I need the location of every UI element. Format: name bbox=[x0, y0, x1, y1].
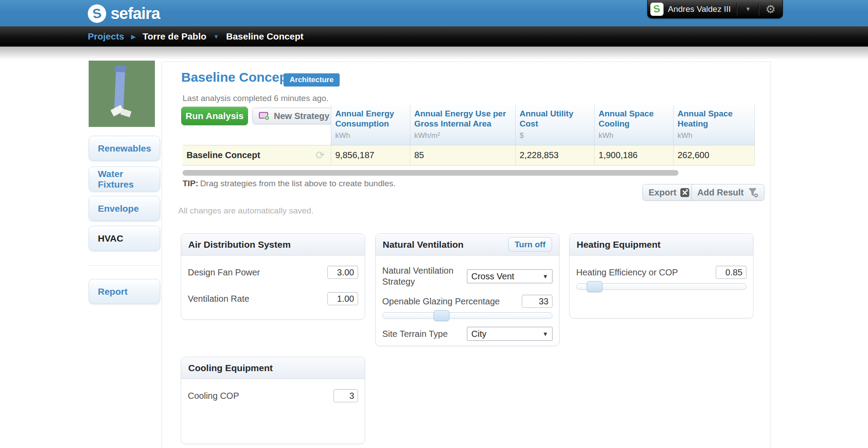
cell-annual-space-cooling: 1,900,186 bbox=[594, 145, 673, 165]
cell-annual-energy-use-per-gia: 85 bbox=[410, 145, 515, 165]
run-analysis-button[interactable]: Run Analysis bbox=[181, 107, 248, 125]
main-content-card: Baseline Concept Architecture Last analy… bbox=[161, 61, 771, 448]
add-result-filter-icon bbox=[748, 188, 758, 198]
divider bbox=[737, 3, 737, 15]
column-header-annual-energy-consumption: Annual Energy Consumption kWh bbox=[331, 105, 410, 145]
select-caret-icon: ▼ bbox=[542, 273, 548, 280]
sidebar-item-report[interactable]: Report bbox=[89, 279, 160, 304]
design-fan-power-input[interactable] bbox=[327, 266, 358, 279]
ventilation-rate-input[interactable] bbox=[327, 292, 358, 305]
openable-glazing-label: Openable Glazing Percentage bbox=[382, 296, 500, 307]
panel-title-air-distribution: Air Distribution System bbox=[181, 234, 365, 256]
new-strategy-button[interactable]: New Strategy bbox=[252, 108, 336, 124]
sefaira-app: { "colors": { "topbar_blue": "#3d85be", … bbox=[0, 0, 868, 448]
heating-efficiency-slider-handle[interactable] bbox=[587, 281, 603, 292]
row-name-cell: Baseline Concept ⟳ bbox=[183, 145, 331, 165]
panel-heating-equipment: Heating Equipment Heating Efficiency or … bbox=[569, 233, 753, 318]
panel-title-cooling-equipment: Cooling Equipment bbox=[181, 357, 365, 379]
sidebar-item-renewables[interactable]: Renewables bbox=[89, 136, 160, 161]
ventilation-rate-label: Ventilation Rate bbox=[188, 293, 249, 304]
breadcrumb: Projects ▶ Torre de Pablo ▼ Baseline Con… bbox=[88, 31, 303, 42]
gear-icon[interactable]: ⚙ bbox=[764, 4, 777, 15]
top-bar: S sefaira S Andres Valdez III ▼ ⚙ bbox=[0, 0, 868, 26]
column-header-annual-utility-cost: Annual Utility Cost $ bbox=[515, 105, 594, 145]
architecture-badge: Architecture bbox=[283, 73, 340, 87]
nat-vent-strategy-select[interactable]: Cross Vent ▼ bbox=[467, 269, 552, 283]
breadcrumb-current-page: Baseline Concept bbox=[226, 31, 303, 42]
column-header-annual-space-heating: Annual Space Heating kWh bbox=[673, 105, 755, 145]
breadcrumb-projects-link[interactable]: Projects bbox=[88, 31, 124, 42]
breadcrumb-project-name[interactable]: Torre de Pablo bbox=[143, 31, 206, 42]
turn-off-button[interactable]: Turn off bbox=[508, 237, 552, 252]
sidebar-item-envelope[interactable]: Envelope bbox=[89, 196, 160, 221]
tip-text: TIP:Drag strategies from the list above … bbox=[183, 179, 396, 188]
sidebar-divider bbox=[89, 265, 160, 266]
cell-annual-space-heating: 262,600 bbox=[673, 145, 755, 165]
last-analysis-status: Last analysis completed 6 minutes ago. bbox=[183, 94, 329, 103]
select-caret-icon: ▼ bbox=[542, 331, 548, 337]
cell-annual-energy-consumption: 9,856,187 bbox=[331, 145, 410, 165]
results-table-header: Annual Energy Consumption kWh Annual Ene… bbox=[331, 105, 755, 145]
site-terrain-type-select[interactable]: City ▼ bbox=[467, 327, 552, 341]
chevron-down-icon[interactable]: ▼ bbox=[742, 6, 754, 12]
heating-efficiency-slider[interactable] bbox=[576, 283, 746, 290]
cooling-cop-input[interactable] bbox=[334, 389, 358, 402]
site-terrain-type-label: Site Terrain Type bbox=[382, 329, 448, 340]
divider bbox=[759, 3, 759, 15]
sefaira-logo[interactable]: S sefaira bbox=[88, 3, 160, 25]
export-button[interactable]: Export bbox=[642, 184, 696, 201]
panel-title-natural-ventilation: Natural Ventilation bbox=[383, 239, 463, 250]
heating-efficiency-label: Heating Efficiency or COP bbox=[576, 267, 678, 278]
user-name: Andres Valdez III bbox=[668, 4, 732, 14]
sefaira-logo-icon: S bbox=[86, 3, 107, 24]
column-header-annual-space-cooling: Annual Space Cooling kWh bbox=[594, 105, 673, 145]
table-row-baseline-concept[interactable]: Baseline Concept ⟳ 9,856,187 85 2,228,85… bbox=[183, 145, 755, 166]
page-title: Baseline Concept bbox=[181, 70, 292, 85]
nat-vent-strategy-label: Natural Ventilation Strategy bbox=[382, 265, 457, 287]
design-fan-power-label: Design Fan Power bbox=[188, 267, 260, 278]
openable-glazing-input[interactable] bbox=[522, 295, 552, 308]
cooling-cop-label: Cooling COP bbox=[188, 390, 239, 401]
autosave-note: All changes are automatically saved. bbox=[178, 206, 313, 216]
column-header-annual-energy-use-per-gia: Annual Energy Use per Gross Internal Are… bbox=[410, 105, 515, 145]
avatar: S bbox=[650, 3, 664, 16]
heating-efficiency-input[interactable] bbox=[716, 266, 746, 279]
export-excel-icon bbox=[680, 188, 689, 197]
openable-glazing-slider[interactable] bbox=[382, 312, 552, 319]
new-strategy-icon bbox=[258, 112, 270, 120]
breadcrumb-dropdown-icon[interactable]: ▼ bbox=[213, 33, 219, 40]
breadcrumb-arrow-icon: ▶ bbox=[131, 33, 136, 40]
panel-air-distribution-system: Air Distribution System Design Fan Power… bbox=[181, 233, 365, 320]
cell-annual-utility-cost: 2,228,853 bbox=[515, 145, 594, 165]
user-menu[interactable]: S Andres Valdez III ▼ ⚙ bbox=[647, 0, 783, 18]
sidebar-item-hvac[interactable]: HVAC bbox=[89, 226, 160, 251]
sefaira-logo-text: sefaira bbox=[111, 4, 160, 23]
add-result-button[interactable]: Add Result bbox=[691, 184, 764, 201]
panel-cooling-equipment: Cooling Equipment Cooling COP bbox=[181, 357, 365, 444]
sidebar-item-water-fixtures[interactable]: Water Fixtures bbox=[89, 166, 160, 191]
project-thumbnail[interactable] bbox=[89, 61, 155, 127]
avatar-initial: S bbox=[653, 3, 661, 15]
panel-title-heating-equipment: Heating Equipment bbox=[570, 234, 753, 256]
refresh-icon[interactable]: ⟳ bbox=[316, 149, 325, 162]
breadcrumb-bar: Projects ▶ Torre de Pablo ▼ Baseline Con… bbox=[0, 26, 868, 47]
panel-natural-ventilation: Natural Ventilation Turn off Natural Ven… bbox=[375, 233, 560, 346]
openable-glazing-slider-handle[interactable] bbox=[434, 310, 449, 321]
horizontal-scrollbar[interactable] bbox=[183, 170, 678, 176]
